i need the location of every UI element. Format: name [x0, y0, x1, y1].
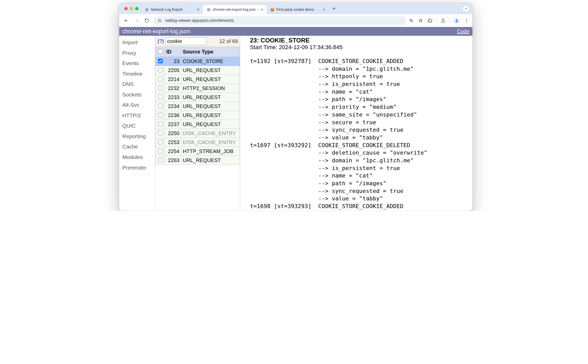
tab-close-button[interactable] — [260, 7, 264, 12]
tab-1[interactable]: chrome-net-export-log.json - — [203, 5, 267, 14]
sidebar-item-http-2[interactable]: HTTP/2 — [121, 110, 155, 121]
svg-point-3 — [160, 21, 161, 22]
sidebar-item-timeline[interactable]: Timeline — [121, 69, 155, 79]
url-text: netlog-viewer.appspot.com/#events — [165, 18, 402, 23]
tab-0[interactable]: Network Log Export — [141, 5, 203, 14]
address-bar[interactable]: netlog-viewer.appspot.com/#events — [153, 16, 406, 25]
sidebar-item-proxy[interactable]: Proxy — [121, 48, 155, 58]
sidebar-item-import[interactable]: Import — [121, 37, 155, 48]
site-settings-icon[interactable] — [157, 18, 162, 23]
table-row[interactable]: 2234URL_REQUEST — [155, 102, 240, 111]
sidebar-item-quic[interactable]: QUIC — [121, 121, 155, 131]
svg-point-7 — [466, 20, 467, 21]
events-filter-bar: (?) 12 of 69 — [155, 36, 240, 47]
extensions-button[interactable] — [427, 18, 433, 23]
svg-point-5 — [456, 19, 457, 20]
row-source-type: URL_REQUEST — [181, 111, 240, 120]
chrome-menu-button[interactable] — [464, 18, 469, 23]
row-id: 2236 — [165, 111, 181, 120]
sidebar-item-cache[interactable]: Cache — [121, 141, 155, 152]
close-window-icon[interactable] — [124, 7, 128, 10]
sidebar-item-modules[interactable]: Modules — [121, 152, 155, 163]
row-checkbox[interactable] — [158, 77, 163, 81]
row-source-type: HTTP2_SESSION — [181, 84, 240, 93]
table-row[interactable]: 2214URL_REQUEST — [155, 75, 240, 84]
row-checkbox-cell — [155, 156, 165, 165]
code-link[interactable]: Code — [457, 29, 469, 34]
tab-title: chrome-net-export-log.json - — [213, 7, 258, 12]
back-button[interactable] — [122, 17, 130, 24]
sidebar-item-prerender[interactable]: Prerender — [121, 163, 155, 173]
zoom-button[interactable] — [409, 18, 414, 23]
tab-close-button[interactable] — [322, 7, 326, 12]
new-tab-button[interactable] — [330, 5, 338, 12]
globe-icon — [206, 7, 211, 12]
row-checkbox[interactable] — [158, 104, 163, 108]
window-controls — [122, 7, 141, 10]
row-id: 2250 — [165, 129, 181, 138]
tab-2[interactable]: 🍪First-party cookie demo — [267, 5, 328, 14]
tab-overflow-button[interactable] — [463, 5, 469, 12]
table-row[interactable]: 2250DISK_CACHE_ENTRY — [155, 129, 240, 138]
row-source-type: DISK_CACHE_ENTRY — [181, 129, 240, 138]
arrow-right-icon — [134, 18, 139, 23]
sidebar-item-dns[interactable]: DNS — [121, 79, 155, 90]
table-row[interactable]: 2253DISK_CACHE_ENTRY — [155, 138, 240, 147]
flask-icon — [441, 18, 445, 23]
main-area: ImportProxyEventsTimelineDNSSocketsAlt-S… — [119, 36, 472, 211]
row-checkbox[interactable] — [158, 68, 163, 72]
sidebar-item-sockets[interactable]: Sockets — [121, 90, 155, 100]
loaded-file-name: chrome-net-export-log.json — [122, 28, 190, 35]
maximize-window-icon[interactable] — [135, 7, 139, 10]
table-row[interactable]: 2205URL_REQUEST — [155, 66, 240, 75]
detail-log-body: t=1192 [st=392787] COOKIE_STORE_COOKIE_A… — [250, 57, 468, 210]
filter-help-link[interactable]: (?) — [158, 38, 164, 44]
table-row[interactable]: 2233URL_REQUEST — [155, 93, 240, 102]
row-checkbox[interactable] — [158, 140, 163, 144]
svg-point-6 — [466, 19, 467, 20]
table-row[interactable]: 2237URL_REQUEST — [155, 120, 240, 129]
minimize-window-icon[interactable] — [130, 7, 133, 10]
bookmark-button[interactable] — [418, 18, 423, 23]
table-row[interactable]: 2236URL_REQUEST — [155, 111, 240, 120]
table-row[interactable]: 23COOKIE_STORE — [155, 57, 240, 66]
row-checkbox[interactable] — [158, 149, 163, 153]
filter-input[interactable] — [165, 37, 206, 45]
profile-button[interactable] — [453, 17, 460, 24]
sidebar-item-alt-svc[interactable]: Alt-Svc — [121, 100, 155, 110]
tab-title: Network Log Export — [151, 7, 194, 12]
reload-button[interactable] — [143, 17, 151, 24]
row-checkbox-cell — [155, 120, 165, 129]
row-checkbox[interactable] — [158, 131, 163, 135]
select-all-checkbox[interactable] — [158, 49, 163, 54]
events-table: ID Source Type 23COOKIE_STORE2205URL_REQ… — [155, 47, 240, 165]
row-checkbox[interactable] — [158, 95, 163, 99]
col-source-type[interactable]: Source Type — [181, 47, 240, 57]
svg-point-8 — [466, 21, 467, 22]
browser-window: Network Log Exportchrome-net-export-log.… — [119, 3, 473, 211]
sidebar-item-reporting[interactable]: Reporting — [121, 131, 155, 142]
row-id: 2263 — [165, 156, 181, 165]
labs-button[interactable] — [440, 18, 446, 23]
forward-button[interactable] — [133, 17, 140, 24]
detail-start-time: Start Time: 2024-12-09 17:34:36.845 — [250, 44, 468, 51]
row-checkbox[interactable] — [158, 113, 163, 117]
table-row[interactable]: 2232HTTP2_SESSION — [155, 84, 240, 93]
sidebar-item-events[interactable]: Events — [121, 58, 155, 69]
row-checkbox-cell — [155, 66, 165, 75]
person-icon — [455, 19, 459, 23]
table-row[interactable]: 2254HTTP_STREAM_JOB — [155, 147, 240, 156]
row-checkbox[interactable] — [158, 59, 163, 63]
table-row[interactable]: 2263URL_REQUEST — [155, 156, 240, 165]
row-checkbox[interactable] — [158, 122, 163, 126]
row-checkbox[interactable] — [158, 86, 163, 90]
zoom-icon — [409, 18, 414, 23]
reload-icon — [144, 18, 149, 23]
row-id: 2232 — [165, 84, 181, 93]
col-id[interactable]: ID — [165, 47, 181, 57]
row-id: 2233 — [165, 93, 181, 102]
row-id: 2254 — [165, 147, 181, 156]
tab-close-button[interactable] — [196, 7, 200, 12]
row-checkbox-cell — [155, 102, 165, 111]
row-checkbox[interactable] — [158, 158, 163, 162]
